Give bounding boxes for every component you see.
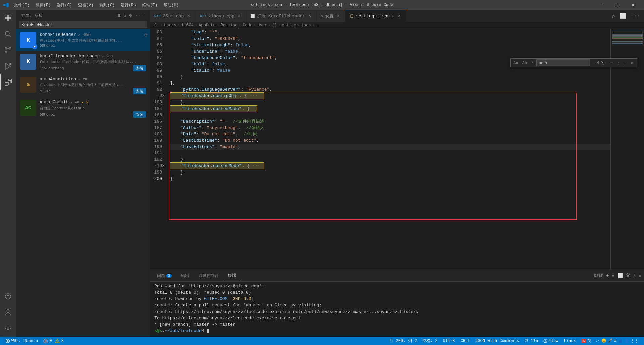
- find-regex-btn[interactable]: .*: [530, 60, 535, 66]
- menu-item-转到(G)[interactable]: 转到(G): [97, 2, 117, 9]
- filter-btn[interactable]: ⊟: [117, 13, 120, 18]
- panel-tab-debug[interactable]: 调试控制台: [195, 272, 223, 280]
- bc-c[interactable]: C:: [154, 23, 159, 28]
- find-ab-btn[interactable]: Ab: [521, 60, 528, 66]
- menu-item-选择(S)[interactable]: 选择(S): [54, 2, 75, 9]
- tab-close-settings[interactable]: ×: [336, 13, 341, 19]
- status-line-ending[interactable]: CRLF: [458, 337, 473, 345]
- run-btn[interactable]: ▷: [611, 12, 617, 20]
- find-down-btn[interactable]: ↓: [623, 60, 628, 66]
- minimize-button[interactable]: –: [594, 0, 610, 10]
- ext-install-hostname[interactable]: 安装: [133, 65, 146, 71]
- panel-split-btn[interactable]: ⬜: [617, 273, 623, 279]
- bc-settings-json[interactable]: {} settings.json: [272, 23, 311, 28]
- fold-arrow-93[interactable]: ›: [157, 93, 159, 99]
- split-btn[interactable]: ⬜: [618, 12, 628, 20]
- ext-gear-koro[interactable]: ⚙: [145, 32, 147, 38]
- ext-install-annotation[interactable]: 安装: [133, 88, 146, 94]
- panel-tab-problems[interactable]: 问题 3: [153, 272, 176, 280]
- activity-search[interactable]: [0, 26, 16, 42]
- activity-run[interactable]: [0, 58, 16, 74]
- maximize-button[interactable]: □: [610, 0, 625, 10]
- bc-user[interactable]: User: [257, 23, 267, 28]
- term-line-6: To https://gitee.com/suyunzzz/leetcode-e…: [154, 315, 640, 321]
- menu-item-查看(V)[interactable]: 查看(V): [75, 2, 96, 9]
- tab-close-3sum[interactable]: ×: [186, 13, 191, 19]
- menu-item-帮助(H)[interactable]: 帮助(H): [161, 2, 181, 9]
- bc-users[interactable]: Users: [164, 23, 176, 28]
- tab-3sum[interactable]: C++ 3Sum.cpp ×: [150, 10, 196, 22]
- status-flow[interactable]: Flow: [541, 337, 561, 345]
- find-close-btn[interactable]: ✕: [629, 60, 636, 66]
- tab-xiaoyu[interactable]: C++ xiaoyu.cpp ×: [196, 10, 246, 22]
- activity-account[interactable]: [0, 304, 16, 321]
- menu-item-终端(T)[interactable]: 终端(T): [140, 2, 160, 9]
- linenum-193: › 193: [150, 163, 165, 169]
- bc-ellipsis[interactable]: …: [316, 23, 318, 28]
- status-remote[interactable]: WSL: Ubuntu: [3, 337, 41, 345]
- more-btn[interactable]: ···: [135, 13, 145, 18]
- status-language[interactable]: JSON with Comments: [473, 337, 522, 345]
- panel-tab-terminal[interactable]: 终端: [224, 271, 240, 280]
- activity-git[interactable]: [0, 42, 16, 58]
- bc-code[interactable]: Code: [243, 23, 252, 28]
- tab-settings-json[interactable]: {} settings.json 3 ×: [345, 10, 407, 22]
- cursor: [173, 177, 173, 181]
- close-button[interactable]: ✕: [625, 0, 641, 10]
- ext-item-koro[interactable]: K koroFileHeader ↙ 40ms 在vscode中用于生成文件头部…: [16, 29, 150, 51]
- code-line-91: ],: [169, 80, 610, 86]
- panel-trash-btn[interactable]: 🗑: [626, 273, 630, 278]
- menu-item-运行(R)[interactable]: 运行(R): [118, 2, 139, 9]
- ext-author-annotation: ellie: [40, 89, 51, 93]
- activity-remote[interactable]: [0, 288, 16, 304]
- panel-tabs: 问题 3 输出 调试控制台 终端 bash + ∨: [150, 270, 644, 282]
- bc-11604[interactable]: 11604: [181, 23, 194, 28]
- terminal-content[interactable]: Password for 'https://suyunzzz@gitee.com…: [150, 282, 644, 337]
- status-time[interactable]: ⏱ 11m: [522, 337, 541, 345]
- status-line-col[interactable]: 行 200, 列 2: [387, 337, 420, 345]
- panel-add-btn[interactable]: +: [606, 273, 609, 278]
- find-list-btn[interactable]: ≡: [609, 60, 615, 66]
- clear-btn[interactable]: ⊘: [129, 13, 132, 18]
- linenum-84: 84: [150, 36, 165, 42]
- ext-install-autocommit[interactable]: 安装: [133, 111, 146, 118]
- more-tabs-btn[interactable]: ···: [629, 12, 641, 20]
- status-encoding[interactable]: UTF-8: [440, 337, 458, 345]
- panel-close-btn[interactable]: ✕: [639, 273, 641, 279]
- ext-item-hostname[interactable]: K korofileheader-hostname ↙ 263 fork kor…: [16, 51, 150, 74]
- tab-label-xiaoyu: xiaoyu.cpp: [208, 14, 234, 19]
- panel-dropdown-btn[interactable]: ∨: [612, 273, 614, 279]
- bc-appdata[interactable]: AppData: [199, 23, 215, 28]
- activity-extensions[interactable]: [0, 74, 16, 90]
- search-input[interactable]: [19, 21, 147, 28]
- tab-close-xiaoyu[interactable]: ×: [236, 13, 242, 19]
- bc-roaming[interactable]: Roaming: [221, 23, 237, 28]
- ext-author-autocommit: OBKoro1: [40, 113, 55, 117]
- status-errors[interactable]: 0 3: [41, 337, 66, 345]
- panel-tab-output[interactable]: 输出: [177, 272, 193, 280]
- status-spaces[interactable]: 空格: 2: [420, 337, 440, 345]
- tab-close-settings-json[interactable]: ×: [396, 13, 402, 19]
- tab-close-ext[interactable]: ×: [307, 13, 312, 19]
- menu-item-文件(F)[interactable]: 文件(F): [11, 2, 32, 9]
- linenum-190: 190: [150, 144, 165, 150]
- menu-item-编辑(E)[interactable]: 编辑(E): [33, 2, 54, 9]
- find-input[interactable]: [536, 59, 590, 66]
- editor-panel-container: Aa Ab .* 1 中的? ≡ ↑ ↓ ✕ 83 84 85 86 87: [150, 29, 644, 337]
- activity-settings[interactable]: [0, 321, 16, 337]
- svg-rect-4: [5, 15, 8, 18]
- code-line-93: "fileheader.configObj": { ···: [169, 93, 610, 99]
- ext-item-autocommit[interactable]: AC Auto Commit ↙ 4K ★ 5 自动提交commit到githu…: [16, 97, 150, 120]
- find-aa-btn[interactable]: Aa: [512, 60, 520, 66]
- mmap-15: [612, 43, 643, 44]
- activity-explorer[interactable]: [0, 10, 16, 26]
- fold-arrow-193[interactable]: ›: [154, 163, 156, 169]
- tab-ext[interactable]: ⬜ 扩展 KoroFileHeader ×: [246, 10, 317, 22]
- panel-up-btn[interactable]: ∧: [633, 273, 636, 279]
- linenum-199: 199: [150, 169, 165, 176]
- find-up-btn[interactable]: ↑: [616, 60, 621, 66]
- status-linux[interactable]: Linux: [561, 337, 579, 345]
- refresh-btn[interactable]: ↺: [123, 13, 126, 18]
- tab-settings[interactable]: ⚙ 设置 ×: [317, 10, 345, 22]
- ext-item-annotation[interactable]: a autoAnnotation ↙ 2K 在Vscode中用于函数注释的插件！…: [16, 74, 150, 97]
